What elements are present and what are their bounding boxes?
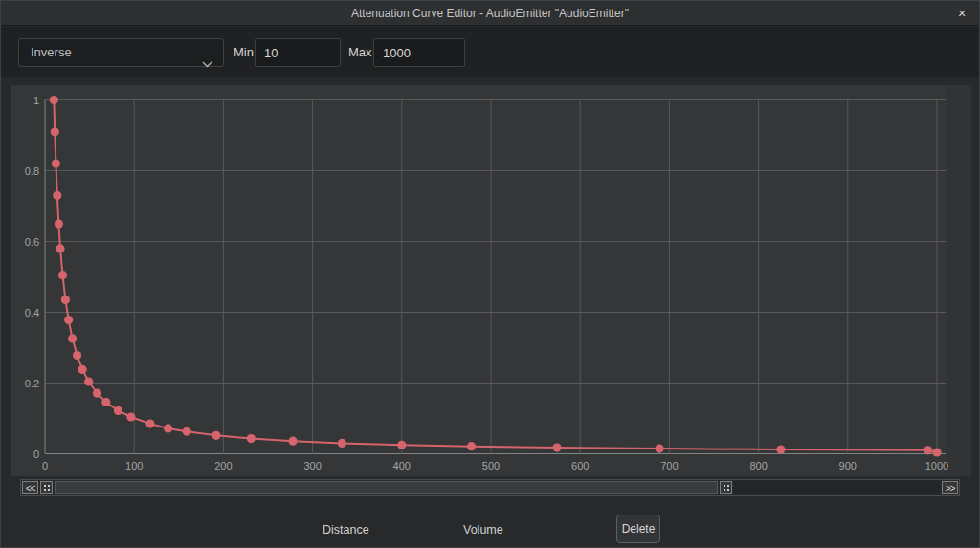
curve-point[interactable] bbox=[64, 316, 73, 324]
curve-point[interactable] bbox=[183, 427, 191, 436]
x-tick-label: 100 bbox=[125, 460, 143, 471]
title-bar: Attenuation Curve Editor - AudioEmitter … bbox=[1, 1, 979, 26]
scroll-left-button[interactable]: << bbox=[22, 481, 38, 494]
y-tick-label: 0.8 bbox=[25, 165, 39, 177]
toolbar: Inverse Min Max bbox=[1, 27, 979, 77]
curve-point[interactable] bbox=[61, 296, 70, 304]
curve-point[interactable] bbox=[73, 351, 81, 360]
curve-point[interactable] bbox=[78, 365, 87, 374]
curve-point[interactable] bbox=[776, 445, 785, 453]
x-tick-label: 400 bbox=[393, 460, 411, 471]
scrollbar-track-empty[interactable] bbox=[734, 481, 940, 494]
y-tick-label: 0.6 bbox=[25, 236, 39, 248]
close-icon[interactable]: ✕ bbox=[952, 1, 971, 26]
curve-type-dropdown[interactable]: Inverse bbox=[18, 38, 224, 67]
x-tick-label: 0 bbox=[42, 460, 48, 471]
chart-horizontal-scrollbar[interactable]: << >> bbox=[20, 479, 960, 496]
x-tick-label: 500 bbox=[482, 460, 500, 471]
grip-dots-icon bbox=[44, 485, 50, 491]
x-tick-label: 900 bbox=[839, 460, 857, 471]
curve-point[interactable] bbox=[101, 398, 110, 406]
curve-point[interactable] bbox=[656, 445, 664, 453]
max-distance-input[interactable] bbox=[373, 38, 465, 67]
curve-point[interactable] bbox=[467, 442, 476, 450]
attenuation-chart[interactable]: 00.20.40.60.8101002003004005006007008009… bbox=[11, 85, 971, 476]
curve-point[interactable] bbox=[51, 127, 59, 136]
distance-column-label: Distance bbox=[323, 523, 369, 537]
x-tick-label: 1000 bbox=[925, 460, 948, 471]
curve-point[interactable] bbox=[52, 160, 60, 168]
scrollbar-left-grip[interactable] bbox=[40, 481, 53, 494]
curve-point[interactable] bbox=[212, 431, 220, 440]
curve-point[interactable] bbox=[55, 219, 63, 228]
scrollbar-right-grip[interactable] bbox=[720, 481, 732, 494]
x-tick-label: 200 bbox=[214, 460, 232, 471]
chevron-down-icon bbox=[202, 51, 212, 77]
chart-panel: 00.20.40.60.8101002003004005006007008009… bbox=[11, 85, 971, 476]
curve-point[interactable] bbox=[289, 437, 298, 446]
y-tick-label: 1 bbox=[33, 95, 39, 106]
curve-point[interactable] bbox=[114, 406, 122, 415]
grip-dots-icon bbox=[724, 485, 729, 491]
curve-point[interactable] bbox=[126, 412, 135, 421]
x-tick-label: 700 bbox=[660, 460, 678, 471]
x-tick-label: 600 bbox=[571, 460, 589, 471]
max-label: Max bbox=[348, 27, 372, 77]
curve-point[interactable] bbox=[552, 444, 561, 452]
curve-point[interactable] bbox=[397, 441, 406, 449]
curve-point[interactable] bbox=[68, 334, 77, 342]
min-label: Min bbox=[234, 27, 254, 77]
curve-point[interactable] bbox=[164, 424, 172, 432]
curve-point[interactable] bbox=[338, 439, 346, 448]
window-title: Attenuation Curve Editor - AudioEmitter … bbox=[1, 1, 979, 26]
curve-point[interactable] bbox=[50, 96, 58, 104]
curve-point[interactable] bbox=[53, 191, 61, 200]
curve-type-value: Inverse bbox=[31, 45, 72, 59]
delete-point-button[interactable]: Delete bbox=[616, 515, 660, 543]
y-tick-label: 0 bbox=[33, 449, 39, 460]
curve-point[interactable] bbox=[84, 377, 93, 385]
attenuation-curve-line bbox=[54, 100, 937, 453]
curve-point[interactable] bbox=[145, 420, 154, 428]
volume-column-label: Volume bbox=[463, 523, 503, 537]
curve-point[interactable] bbox=[93, 389, 101, 398]
curve-point[interactable] bbox=[924, 446, 932, 454]
curve-point[interactable] bbox=[56, 244, 64, 252]
scroll-right-button[interactable]: >> bbox=[942, 481, 958, 494]
curve-point[interactable] bbox=[247, 434, 256, 443]
curve-point[interactable] bbox=[58, 271, 67, 279]
attenuation-curve-editor-window: Attenuation Curve Editor - AudioEmitter … bbox=[0, 0, 980, 548]
x-tick-label: 800 bbox=[749, 460, 767, 471]
scrollbar-thumb[interactable] bbox=[55, 481, 718, 494]
y-tick-label: 0.2 bbox=[25, 378, 39, 389]
y-tick-label: 0.4 bbox=[25, 307, 39, 318]
x-tick-label: 300 bbox=[303, 460, 321, 471]
min-distance-input[interactable] bbox=[255, 38, 341, 67]
curve-point[interactable] bbox=[932, 448, 941, 456]
plot-dead-zone bbox=[946, 85, 971, 476]
